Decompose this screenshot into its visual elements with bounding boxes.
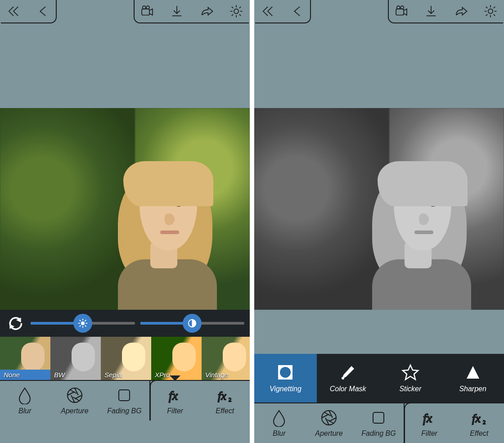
screenshot-right: Vignetting Color Mask Sticker Sharpen Bl… [254, 0, 504, 443]
active-tab-indicator-icon [170, 375, 180, 381]
svg-point-5 [234, 9, 238, 14]
filter-vintage[interactable]: Vintage [202, 337, 250, 380]
effect-label: Color Mask [330, 385, 366, 393]
svg-point-18 [68, 388, 82, 402]
contrast-slider[interactable] [140, 322, 245, 325]
back-icon[interactable] [34, 2, 52, 20]
photo-canvas[interactable] [0, 108, 250, 310]
filter-bw[interactable]: BW [50, 337, 101, 380]
effect-tiles: Vignetting Color Mask Sticker Sharpen [254, 354, 504, 402]
filter-none[interactable]: None [0, 337, 50, 380]
svg-line-14 [85, 325, 86, 327]
settings-icon[interactable] [482, 2, 500, 20]
tab-effect[interactable]: fx2 Effect [200, 381, 250, 420]
video-icon[interactable] [138, 2, 156, 20]
filter-icon: fx [420, 409, 438, 429]
colormask-icon [339, 363, 357, 381]
svg-point-28 [488, 9, 493, 14]
effect-vignetting[interactable]: Vignetting [254, 354, 317, 402]
sharpen-icon [464, 363, 482, 381]
svg-point-25 [400, 6, 404, 9]
effect-sharpen[interactable]: Sharpen [441, 354, 504, 402]
video-icon[interactable] [392, 2, 410, 20]
brightness-knob[interactable] [73, 314, 92, 333]
contrast-knob[interactable] [183, 314, 202, 333]
tab-label: Fading BG [361, 429, 396, 438]
back-icon[interactable] [288, 2, 306, 20]
adjustment-sliders [0, 310, 250, 337]
tab-label: Blur [18, 407, 31, 415]
blur-icon [270, 409, 288, 429]
tab-aperture[interactable]: Aperture [304, 403, 354, 443]
svg-text:fx: fx [169, 389, 178, 402]
tab-fadingbg[interactable]: Fading BG [354, 403, 404, 443]
aperture-icon [320, 409, 338, 429]
tab-label: Filter [167, 407, 183, 415]
tab-label: Filter [421, 429, 437, 438]
svg-point-24 [397, 6, 400, 9]
bottom-toolbar: Blur Aperture Fading BG fx Filter fx2 Ef… [0, 380, 250, 420]
download-icon[interactable] [422, 2, 440, 20]
spacer [254, 310, 504, 354]
vignetting-icon [276, 363, 294, 381]
filter-sepia[interactable]: Sepia [101, 337, 151, 380]
filter-thumbnails: None BW Sepia XPro Vintage [0, 337, 250, 380]
tab-filter[interactable]: fx Filter [404, 403, 454, 443]
nav-group [255, 0, 311, 23]
svg-text:fx: fx [423, 411, 432, 425]
tab-label: Blur [273, 429, 285, 438]
effect-label: Sticker [399, 385, 421, 393]
active-tab-indicator-icon [474, 398, 485, 403]
effect-label: Sharpen [459, 385, 486, 393]
screenshot-left: None BW Sepia XPro Vintage Blur Aperture… [0, 0, 250, 443]
top-toolbar [0, 0, 250, 25]
svg-rect-23 [396, 9, 404, 15]
share-icon[interactable] [198, 2, 216, 20]
aperture-icon [66, 386, 84, 406]
svg-point-31 [342, 377, 344, 380]
photo [254, 108, 504, 310]
tab-filter[interactable]: fx Filter [149, 381, 200, 420]
tab-effect[interactable]: fx2 Effect [454, 403, 504, 443]
tab-label: Aperture [315, 429, 342, 438]
effect-colormask[interactable]: Color Mask [317, 354, 379, 402]
svg-point-30 [280, 367, 291, 378]
double-back-icon[interactable] [4, 2, 22, 20]
brightness-slider[interactable] [31, 322, 135, 325]
svg-rect-0 [142, 9, 149, 15]
nav-group [1, 0, 57, 23]
tab-aperture[interactable]: Aperture [50, 381, 100, 420]
download-icon[interactable] [168, 2, 186, 20]
filter-xpro[interactable]: XPro [151, 337, 202, 380]
fadingbg-icon [369, 409, 387, 429]
sticker-icon [401, 363, 419, 381]
tab-label: Effect [470, 429, 488, 438]
effect-icon: fx2 [216, 386, 234, 406]
svg-text:2: 2 [483, 419, 486, 425]
photo-canvas[interactable] [254, 108, 504, 310]
svg-marker-32 [467, 366, 479, 379]
bottom-toolbar: Blur Aperture Fading BG fx Filter fx2 Ef… [254, 402, 504, 443]
effect-sticker[interactable]: Sticker [379, 354, 442, 402]
svg-point-33 [322, 411, 336, 425]
tab-blur[interactable]: Blur [254, 403, 304, 443]
svg-text:fx: fx [218, 389, 226, 402]
tab-label: Aperture [61, 407, 88, 415]
reset-sliders-button[interactable] [5, 313, 25, 333]
share-icon[interactable] [452, 2, 470, 20]
double-back-icon[interactable] [259, 2, 277, 20]
svg-rect-19 [119, 390, 130, 401]
svg-text:2: 2 [229, 397, 231, 403]
svg-point-1 [143, 6, 146, 9]
filter-icon: fx [166, 386, 184, 406]
filter-label: BW [50, 370, 101, 380]
settings-icon[interactable] [227, 2, 245, 20]
svg-rect-34 [373, 412, 384, 423]
tab-blur[interactable]: Blur [0, 381, 50, 420]
svg-line-13 [79, 320, 81, 321]
effect-icon: fx2 [470, 409, 488, 429]
svg-point-8 [81, 321, 84, 325]
photo [0, 108, 250, 310]
tab-fadingbg[interactable]: Fading BG [99, 381, 149, 420]
top-toolbar [254, 0, 504, 25]
